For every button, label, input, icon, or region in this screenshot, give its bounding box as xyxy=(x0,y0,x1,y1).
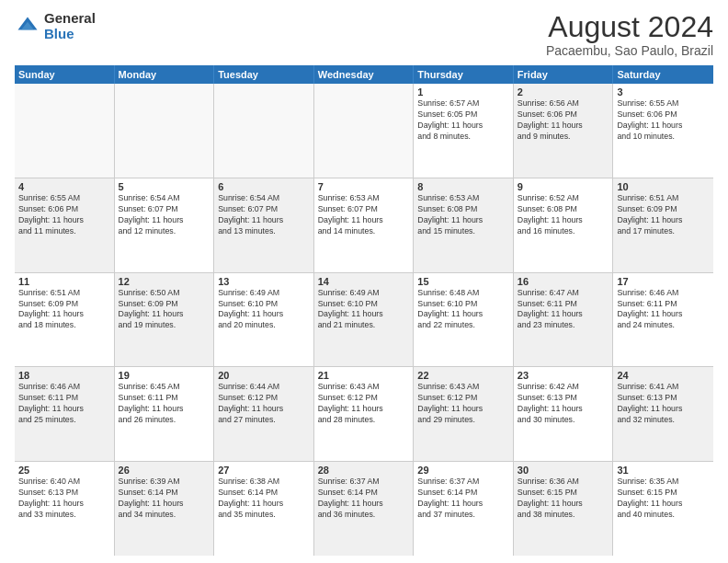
day-number: 26 xyxy=(119,465,210,476)
day-number: 14 xyxy=(318,276,410,287)
cell-info: Sunrise: 6:53 AM Sunset: 6:07 PM Dayligh… xyxy=(318,193,410,237)
cell-info: Sunrise: 6:46 AM Sunset: 6:11 PM Dayligh… xyxy=(617,288,710,332)
cell-info: Sunrise: 6:44 AM Sunset: 6:12 PM Dayligh… xyxy=(218,382,310,426)
calendar-header-day: Friday xyxy=(514,65,614,84)
day-number: 29 xyxy=(417,465,509,476)
calendar-header-day: Sunday xyxy=(15,65,115,84)
day-number: 6 xyxy=(218,181,310,192)
day-number: 19 xyxy=(119,370,210,381)
calendar: SundayMondayTuesdayWednesdayThursdayFrid… xyxy=(15,65,713,556)
day-number: 31 xyxy=(617,465,710,476)
calendar-cell: 2Sunrise: 6:56 AM Sunset: 6:06 PM Daylig… xyxy=(514,84,614,178)
cell-info: Sunrise: 6:57 AM Sunset: 6:05 PM Dayligh… xyxy=(417,98,509,143)
title-block: August 2024 Pacaembu, Sao Paulo, Brazil xyxy=(546,11,713,58)
cell-info: Sunrise: 6:38 AM Sunset: 6:14 PM Dayligh… xyxy=(218,477,310,521)
day-number: 3 xyxy=(617,86,710,98)
day-number: 27 xyxy=(218,465,310,476)
calendar-cell: 10Sunrise: 6:51 AM Sunset: 6:09 PM Dayli… xyxy=(613,178,713,272)
cell-info: Sunrise: 6:47 AM Sunset: 6:11 PM Dayligh… xyxy=(518,288,609,332)
calendar-cell: 22Sunrise: 6:43 AM Sunset: 6:12 PM Dayli… xyxy=(414,367,514,461)
calendar-cell: 21Sunrise: 6:43 AM Sunset: 6:12 PM Dayli… xyxy=(314,367,415,461)
cell-info: Sunrise: 6:48 AM Sunset: 6:10 PM Dayligh… xyxy=(417,288,509,332)
calendar-header-day: Saturday xyxy=(613,65,713,84)
calendar-cell: 4Sunrise: 6:55 AM Sunset: 6:06 PM Daylig… xyxy=(15,178,115,272)
calendar-cell: 27Sunrise: 6:38 AM Sunset: 6:14 PM Dayli… xyxy=(214,462,314,556)
logo-icon xyxy=(15,14,40,40)
day-number: 20 xyxy=(218,370,310,381)
cell-info: Sunrise: 6:50 AM Sunset: 6:09 PM Dayligh… xyxy=(119,288,210,332)
cell-info: Sunrise: 6:41 AM Sunset: 6:13 PM Dayligh… xyxy=(617,382,710,426)
calendar-header-day: Thursday xyxy=(414,65,514,84)
day-number: 9 xyxy=(518,181,609,192)
cell-info: Sunrise: 6:55 AM Sunset: 6:06 PM Dayligh… xyxy=(18,193,110,237)
day-number: 13 xyxy=(218,276,310,287)
day-number: 8 xyxy=(417,181,509,192)
day-number: 23 xyxy=(518,370,609,381)
day-number: 16 xyxy=(518,276,609,287)
calendar-cell: 23Sunrise: 6:42 AM Sunset: 6:13 PM Dayli… xyxy=(514,367,614,461)
day-number: 7 xyxy=(318,181,410,192)
calendar-cell: 12Sunrise: 6:50 AM Sunset: 6:09 PM Dayli… xyxy=(115,273,215,367)
calendar-header-day: Wednesday xyxy=(314,65,415,84)
logo-text: General Blue xyxy=(44,11,96,41)
cell-info: Sunrise: 6:39 AM Sunset: 6:14 PM Dayligh… xyxy=(119,477,210,521)
day-number: 11 xyxy=(18,276,110,287)
cell-info: Sunrise: 6:35 AM Sunset: 6:15 PM Dayligh… xyxy=(617,477,710,521)
cell-info: Sunrise: 6:43 AM Sunset: 6:12 PM Dayligh… xyxy=(417,382,509,426)
cell-info: Sunrise: 6:49 AM Sunset: 6:10 PM Dayligh… xyxy=(218,288,310,332)
cell-info: Sunrise: 6:40 AM Sunset: 6:13 PM Dayligh… xyxy=(18,477,110,521)
calendar-cell: 25Sunrise: 6:40 AM Sunset: 6:13 PM Dayli… xyxy=(15,462,115,556)
cell-info: Sunrise: 6:55 AM Sunset: 6:06 PM Dayligh… xyxy=(617,98,710,143)
cell-info: Sunrise: 6:49 AM Sunset: 6:10 PM Dayligh… xyxy=(318,288,410,332)
calendar-cell: 1Sunrise: 6:57 AM Sunset: 6:05 PM Daylig… xyxy=(414,84,514,178)
calendar-cell: 14Sunrise: 6:49 AM Sunset: 6:10 PM Dayli… xyxy=(314,273,415,367)
day-number: 15 xyxy=(417,276,509,287)
cell-info: Sunrise: 6:54 AM Sunset: 6:07 PM Dayligh… xyxy=(119,193,210,237)
calendar-row: 4Sunrise: 6:55 AM Sunset: 6:06 PM Daylig… xyxy=(15,178,713,273)
cell-info: Sunrise: 6:51 AM Sunset: 6:09 PM Dayligh… xyxy=(18,288,110,332)
day-number: 10 xyxy=(617,181,710,192)
calendar-cell: 30Sunrise: 6:36 AM Sunset: 6:15 PM Dayli… xyxy=(514,462,614,556)
calendar-cell xyxy=(314,84,415,178)
cell-info: Sunrise: 6:53 AM Sunset: 6:08 PM Dayligh… xyxy=(417,193,509,237)
calendar-cell: 11Sunrise: 6:51 AM Sunset: 6:09 PM Dayli… xyxy=(15,273,115,367)
day-number: 12 xyxy=(119,276,210,287)
cell-info: Sunrise: 6:54 AM Sunset: 6:07 PM Dayligh… xyxy=(218,193,310,237)
calendar-row: 1Sunrise: 6:57 AM Sunset: 6:05 PM Daylig… xyxy=(15,84,713,178)
page: General Blue August 2024 Pacaembu, Sao P… xyxy=(0,0,728,563)
calendar-row: 11Sunrise: 6:51 AM Sunset: 6:09 PM Dayli… xyxy=(15,273,713,368)
month-year: August 2024 xyxy=(546,11,713,43)
day-number: 25 xyxy=(18,465,110,476)
calendar-row: 25Sunrise: 6:40 AM Sunset: 6:13 PM Dayli… xyxy=(15,462,713,556)
calendar-cell: 20Sunrise: 6:44 AM Sunset: 6:12 PM Dayli… xyxy=(214,367,314,461)
calendar-cell: 6Sunrise: 6:54 AM Sunset: 6:07 PM Daylig… xyxy=(214,178,314,272)
location: Pacaembu, Sao Paulo, Brazil xyxy=(546,43,713,58)
calendar-cell: 8Sunrise: 6:53 AM Sunset: 6:08 PM Daylig… xyxy=(414,178,514,272)
calendar-header-day: Tuesday xyxy=(214,65,314,84)
cell-info: Sunrise: 6:45 AM Sunset: 6:11 PM Dayligh… xyxy=(119,382,210,426)
calendar-cell: 15Sunrise: 6:48 AM Sunset: 6:10 PM Dayli… xyxy=(414,273,514,367)
calendar-row: 18Sunrise: 6:46 AM Sunset: 6:11 PM Dayli… xyxy=(15,367,713,462)
day-number: 28 xyxy=(318,465,410,476)
cell-info: Sunrise: 6:56 AM Sunset: 6:06 PM Dayligh… xyxy=(518,98,609,143)
calendar-cell: 28Sunrise: 6:37 AM Sunset: 6:14 PM Dayli… xyxy=(314,462,415,556)
cell-info: Sunrise: 6:42 AM Sunset: 6:13 PM Dayligh… xyxy=(518,382,609,426)
day-number: 18 xyxy=(18,370,110,381)
day-number: 2 xyxy=(518,86,609,98)
day-number: 1 xyxy=(417,86,509,98)
calendar-header-day: Monday xyxy=(115,65,215,84)
day-number: 22 xyxy=(417,370,509,381)
cell-info: Sunrise: 6:52 AM Sunset: 6:08 PM Dayligh… xyxy=(518,193,609,237)
calendar-cell: 31Sunrise: 6:35 AM Sunset: 6:15 PM Dayli… xyxy=(613,462,713,556)
day-number: 5 xyxy=(119,181,210,192)
calendar-cell: 26Sunrise: 6:39 AM Sunset: 6:14 PM Dayli… xyxy=(115,462,215,556)
calendar-cell: 9Sunrise: 6:52 AM Sunset: 6:08 PM Daylig… xyxy=(514,178,614,272)
day-number: 24 xyxy=(617,370,710,381)
cell-info: Sunrise: 6:37 AM Sunset: 6:14 PM Dayligh… xyxy=(417,477,509,521)
calendar-cell: 18Sunrise: 6:46 AM Sunset: 6:11 PM Dayli… xyxy=(15,367,115,461)
calendar-body: 1Sunrise: 6:57 AM Sunset: 6:05 PM Daylig… xyxy=(15,84,713,556)
day-number: 21 xyxy=(318,370,410,381)
calendar-cell: 29Sunrise: 6:37 AM Sunset: 6:14 PM Dayli… xyxy=(414,462,514,556)
calendar-cell: 7Sunrise: 6:53 AM Sunset: 6:07 PM Daylig… xyxy=(314,178,415,272)
cell-info: Sunrise: 6:46 AM Sunset: 6:11 PM Dayligh… xyxy=(18,382,110,426)
